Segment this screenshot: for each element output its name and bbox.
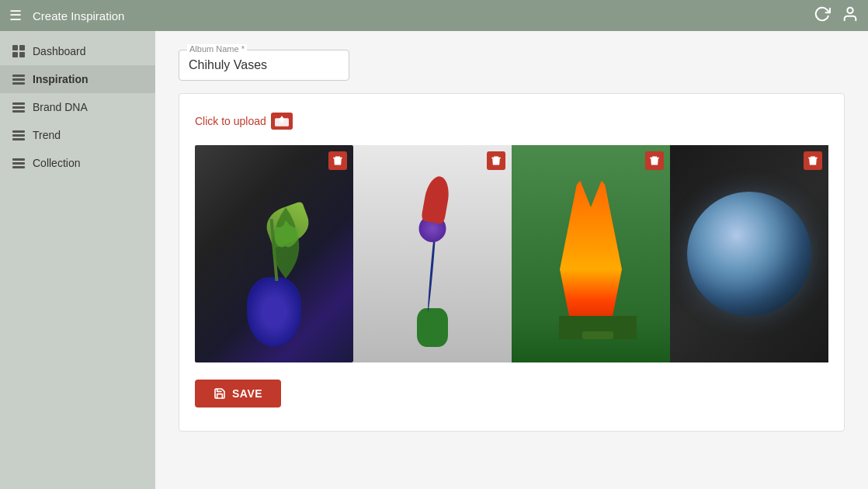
sidebar-label-dashboard: Dashboard [33,45,86,57]
topbar-actions [814,5,859,26]
delete-button-4[interactable] [804,151,822,170]
upload-area: Click to upload [179,93,845,432]
album-name-label: Album Name * [187,44,247,54]
image-preview-3 [512,145,670,362]
delete-button-3[interactable] [645,151,664,170]
save-icon [214,387,226,400]
images-grid [195,145,828,362]
delete-button-1[interactable] [328,151,347,170]
list-icon-collection [12,157,25,169]
image-preview-4 [670,145,828,362]
main-layout: Dashboard Inspiration Brand DNA Trend Co… [0,31,868,489]
image-item-4 [670,145,828,362]
sidebar-label-inspiration: Inspiration [33,73,89,85]
list-icon-brand-dna [12,101,25,113]
delete-button-2[interactable] [487,151,505,170]
account-icon[interactable] [842,5,859,26]
sidebar-item-trend[interactable]: Trend [0,121,155,149]
album-name-value: Chihuly Vases [189,58,339,72]
refresh-icon[interactable] [814,5,831,26]
svg-rect-3 [280,118,283,123]
image-preview-2 [353,145,512,362]
sidebar-label-brand-dna: Brand DNA [33,101,88,113]
grid-icon [12,45,25,57]
upload-button[interactable]: Click to upload [195,113,828,130]
topbar: ☰ Create Inspiration [0,0,868,31]
list-icon-inspiration [12,73,25,85]
sidebar-item-brand-dna[interactable]: Brand DNA [0,93,155,121]
upload-icon [271,113,293,130]
image-preview-1 [195,145,353,362]
sidebar: Dashboard Inspiration Brand DNA Trend Co… [0,31,155,489]
sidebar-item-dashboard[interactable]: Dashboard [0,37,155,65]
upload-label: Click to upload [195,115,266,127]
sidebar-label-collection: Collection [33,157,80,169]
list-icon-trend [12,129,25,141]
image-item-2 [353,145,512,362]
image-item-3 [512,145,670,362]
image-item-1 [195,145,353,362]
sidebar-item-collection[interactable]: Collection [0,149,155,177]
svg-point-0 [847,7,852,12]
save-label: SAVE [232,387,262,400]
save-button[interactable]: SAVE [195,380,281,408]
menu-icon[interactable]: ☰ [9,7,22,24]
svg-rect-5 [582,331,613,339]
content-area: Album Name * Chihuly Vases Click to uplo… [155,31,868,489]
sidebar-label-trend: Trend [33,129,61,141]
album-name-field[interactable]: Album Name * Chihuly Vases [179,50,349,81]
page-title: Create Inspiration [33,9,814,23]
sidebar-item-inspiration[interactable]: Inspiration [0,65,155,93]
